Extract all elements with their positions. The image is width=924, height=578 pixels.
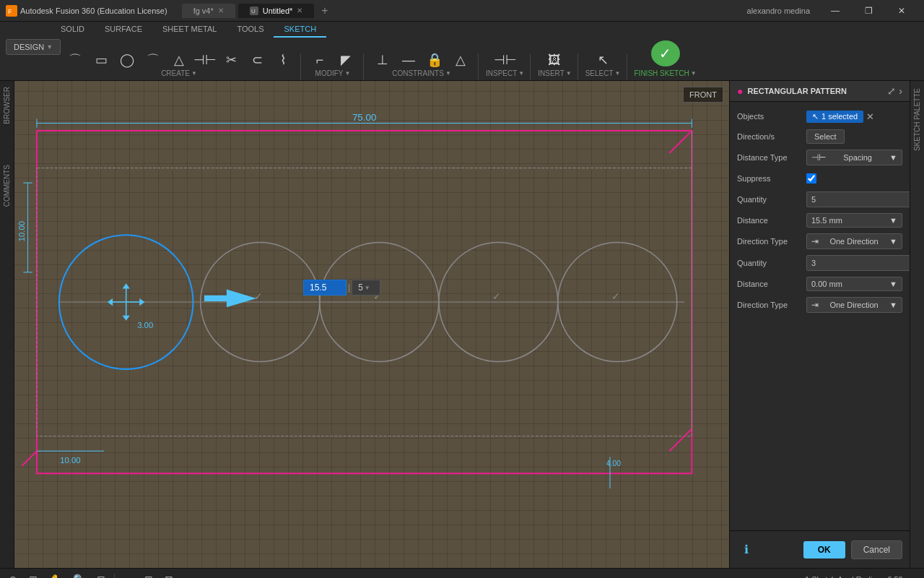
distance-type-arrow-icon: ▼: [889, 153, 897, 162]
tool-select[interactable]: ↖: [591, 53, 614, 66]
window-controls: — ❐ ✕: [819, 0, 918, 22]
distance-type-value: ⊣⊢ Spacing ▼: [806, 150, 902, 165]
zoom-tool[interactable]: 🔍: [70, 572, 88, 579]
suppress-checkbox[interactable]: [806, 173, 816, 184]
snap-settings-tool[interactable]: ⊠: [162, 572, 176, 579]
select-direction-button[interactable]: Select: [806, 129, 845, 144]
tool-circle[interactable]: ◯: [116, 53, 139, 66]
tool-trim[interactable]: ✂: [219, 53, 243, 66]
distance1-dropdown[interactable]: 15.5 mm ▼: [806, 213, 902, 228]
new-tab-button[interactable]: +: [317, 4, 332, 17]
svg-marker-24: [108, 298, 113, 306]
quantity2-input[interactable]: 3: [807, 257, 910, 269]
finish-sketch-icon: ✓: [651, 40, 680, 66]
tool-dimension[interactable]: ⊣⊢: [193, 53, 217, 66]
tool-fillet[interactable]: ⌐: [308, 53, 331, 66]
zoom-fit-tool[interactable]: ⊡: [94, 572, 108, 579]
direction-type2-dropdown[interactable]: ⇥ One Direction ▼: [806, 297, 902, 313]
tool-mirror[interactable]: ⌇: [271, 53, 295, 66]
grid-tool[interactable]: ⊞: [141, 572, 156, 579]
fusion-logo-icon: F: [6, 5, 17, 17]
tab-sketch[interactable]: SKETCH: [274, 22, 326, 38]
distance2-dropdown[interactable]: 0.00 mm ▼: [806, 277, 902, 291]
svg-text:3.00: 3.00: [137, 321, 153, 329]
tool-chamfer[interactable]: ◤: [334, 53, 357, 66]
ribbon-group-create: ⌒ ▭ ◯ ⌒ △ ⊣⊢ ✂ ⊂ ⌇ CREATE ▼: [6, 53, 301, 80]
direction-type1-dropdown[interactable]: ⇥ One Direction ▼: [806, 233, 902, 249]
tool-arc[interactable]: ⌒: [141, 53, 165, 66]
quantity1-input[interactable]: 5: [807, 194, 910, 205]
suppress-label: Suppress: [737, 174, 802, 183]
close-button[interactable]: ✕: [885, 0, 918, 22]
tab-fg-close[interactable]: ✕: [218, 7, 224, 14]
info-button[interactable]: ℹ: [737, 537, 756, 562]
rectangular-pattern-panel: ● RECTANGULAR PATTERN ⤢ › Objects ↖ 1 se…: [729, 81, 910, 568]
tool-tangent[interactable]: △: [449, 53, 472, 66]
comments-label[interactable]: COMMENTS: [1, 159, 12, 212]
tab-untitled-close[interactable]: ✕: [297, 7, 302, 14]
sketch-palette-panel[interactable]: SKETCH PALETTE: [910, 81, 924, 568]
create-label[interactable]: CREATE ▼: [161, 69, 197, 77]
ribbon-group-finish: ✓ FINISH SKETCH ▼: [629, 40, 702, 80]
rp-status-icon: ●: [737, 85, 743, 97]
select-label[interactable]: SELECT ▼: [585, 69, 621, 77]
pan-tool[interactable]: ✋: [46, 572, 64, 579]
finish-sketch-label[interactable]: FINISH SKETCH ▼: [635, 69, 697, 77]
svg-marker-29: [227, 290, 256, 308]
browser-label[interactable]: BROWSER: [1, 81, 12, 130]
display-mode-tool[interactable]: ▭: [121, 572, 136, 579]
rp-expand-button[interactable]: ⤢: [887, 85, 896, 97]
snap-tool[interactable]: ⊕: [6, 572, 20, 579]
tool-insert-image[interactable]: 🖼: [543, 53, 566, 66]
tab-untitled[interactable]: U Untitled* ✕: [238, 4, 315, 18]
quantity1-row: Quantity 5 ▲ ▼: [730, 189, 910, 210]
svg-text:75.00: 75.00: [352, 112, 377, 123]
maximize-button[interactable]: ❐: [852, 0, 885, 22]
tool-triangle[interactable]: △: [167, 53, 191, 66]
direction-type2-row: Direction Type ⇥ One Direction ▼: [730, 294, 910, 316]
tab-tools[interactable]: TOOLS: [227, 22, 274, 38]
distance-type-dropdown[interactable]: ⊣⊢ Spacing ▼: [806, 150, 902, 165]
distance-type-icon: ⊣⊢: [811, 152, 826, 163]
dim-dropdown-icon[interactable]: ▼: [365, 285, 370, 291]
insert-label[interactable]: INSERT ▼: [538, 69, 571, 77]
directions-label: Direction/s: [737, 132, 802, 141]
minimize-button[interactable]: —: [819, 0, 852, 22]
tool-coincident[interactable]: ⊥: [371, 53, 394, 66]
tab-surface[interactable]: SURFACE: [95, 22, 152, 38]
dimension-input-secondary[interactable]: 5 ▼: [352, 280, 380, 296]
tool-rect[interactable]: ▭: [90, 53, 113, 66]
tool-offset[interactable]: ⊂: [245, 53, 269, 66]
tool-lock[interactable]: 🔒: [423, 53, 446, 66]
deselect-button[interactable]: ✕: [866, 111, 874, 122]
tool-collinear[interactable]: —: [397, 53, 420, 66]
sketch-palette-label[interactable]: SKETCH PALETTE: [913, 88, 921, 151]
constraints-label[interactable]: CONSTRAINTS ▼: [392, 69, 451, 77]
dimension-input-overlay[interactable]: 15.5 | 5 ▼: [303, 280, 380, 296]
svg-marker-26: [123, 283, 130, 288]
dimension-input-main[interactable]: 15.5: [303, 280, 346, 296]
ok-button[interactable]: OK: [803, 541, 845, 558]
tab-solid[interactable]: SOLID: [51, 22, 95, 38]
status-text: 1 Sketch Arc | Radius : 6.50 mm: [805, 575, 918, 579]
snap-grid-tool[interactable]: ⊞: [26, 572, 40, 579]
rp-title-text: RECTANGULAR PATTERN: [747, 87, 847, 95]
distance2-text: 0.00 mm: [811, 280, 842, 288]
lock-icon: 🔒: [427, 53, 443, 66]
canvas[interactable]: FRONT 75.00 10.00 10.00: [14, 81, 729, 568]
tool-line[interactable]: ⌒: [64, 53, 87, 66]
inspect-label[interactable]: INSPECT ▼: [486, 69, 524, 77]
modify-label[interactable]: MODIFY ▼: [315, 69, 351, 77]
finish-sketch-button[interactable]: ✓: [654, 40, 677, 66]
direction-type2-arrow-icon: ▼: [889, 301, 897, 309]
quantity1-value: 5 ▲ ▼: [806, 191, 910, 207]
cancel-button[interactable]: Cancel: [851, 540, 902, 559]
rp-collapse-button[interactable]: ›: [899, 85, 902, 97]
design-button[interactable]: DESIGN ▼: [6, 39, 61, 55]
tool-measure[interactable]: ⊣⊢: [494, 53, 517, 66]
tab-fg[interactable]: fg v4* ✕: [182, 4, 235, 18]
quantity2-input-wrap: 3 ▲ ▼: [806, 255, 910, 271]
ribbon: SOLID SURFACE SHEET METAL TOOLS SKETCH D…: [0, 22, 924, 81]
tab-sheet-metal[interactable]: SHEET METAL: [152, 22, 227, 38]
rp-footer: ℹ OK Cancel: [730, 530, 910, 568]
